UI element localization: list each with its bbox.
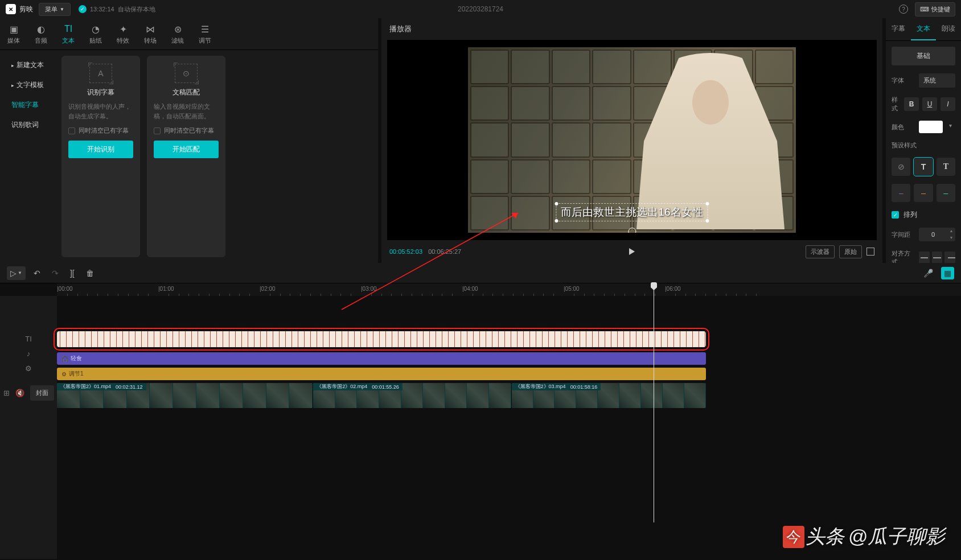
preset-style[interactable]: — (937, 184, 955, 202)
card-title: 文稿匹配 (173, 88, 200, 97)
card-checkbox-row[interactable]: 同时清空已有字幕 (154, 126, 214, 135)
subtitle-clips[interactable] (57, 331, 706, 347)
font-label: 字体 (892, 76, 914, 85)
color-label: 颜色 (892, 123, 914, 131)
cover-button[interactable]: 封面 (30, 385, 54, 401)
preset-none[interactable]: ⊘ (892, 158, 910, 176)
card-checkbox-row[interactable]: 同时清空已有字幕 (68, 126, 129, 135)
adjust-icon: ⚙ (61, 371, 67, 377)
fullscreen-icon[interactable] (866, 248, 874, 256)
preset-style[interactable]: T (914, 158, 933, 176)
toggle-button[interactable]: ▦ (941, 267, 954, 279)
nav-icon: ✦ (109, 23, 137, 35)
playhead[interactable] (654, 283, 654, 522)
video-viewport[interactable]: 而后由救世主挑选出16名女性 (387, 40, 877, 240)
mic-button[interactable]: 🎤 (920, 266, 937, 280)
rotate-handle[interactable] (628, 228, 636, 233)
arrange-checkbox[interactable]: ✓ (892, 211, 899, 219)
basic-button[interactable]: 基础 (892, 47, 955, 65)
preset-label: 预设样式 (892, 141, 955, 150)
nav-tab-贴纸[interactable]: ◔贴纸 (82, 23, 109, 45)
preset-style[interactable]: — (914, 184, 933, 202)
text-track-icon[interactable]: TI (0, 331, 57, 346)
inspector-tab[interactable]: 字幕 (886, 18, 911, 40)
font-select[interactable]: 系统 (919, 73, 955, 88)
timeline-ruler[interactable]: |00:00|01:00|02:00|03:00|04:00|05:00|06:… (57, 283, 961, 296)
original-button[interactable]: 原始 (839, 245, 862, 258)
undo-button[interactable]: ↶ (30, 266, 44, 280)
nav-icon: ⋈ (137, 23, 164, 35)
align-left-button[interactable] (919, 252, 930, 263)
nav-tab-滤镜[interactable]: ⊛滤镜 (164, 23, 191, 45)
align-center-button[interactable] (932, 252, 943, 263)
nav-tab-媒体[interactable]: ▣媒体 (0, 23, 27, 45)
adjust-track-icon[interactable]: ⚙ (0, 361, 57, 376)
preset-style[interactable]: — (892, 184, 910, 202)
audio-track[interactable]: 🎧轻食 (57, 352, 706, 365)
menu-button[interactable]: 菜单▼ (39, 3, 71, 16)
arrange-label: 排列 (903, 210, 917, 220)
nav-icon: ⊛ (164, 23, 191, 35)
nav-tab-文本[interactable]: TI文本 (55, 23, 82, 45)
underline-button[interactable]: U (922, 97, 937, 111)
scope-button[interactable]: 示波器 (806, 245, 835, 258)
nav-icon: ◔ (82, 23, 109, 35)
watermark: 今头条 @瓜子聊影 (783, 524, 945, 550)
split-button[interactable]: ][ (67, 266, 78, 280)
video-clip[interactable]: 《黑客帝国2》01.mp400:02:31.12 (57, 383, 313, 408)
resize-handle[interactable] (555, 219, 558, 223)
step-up-icon[interactable]: ▲ (947, 228, 955, 234)
inspector-tab[interactable]: 朗读 (936, 18, 961, 40)
cursor-tool[interactable]: ▷▼ (7, 266, 26, 280)
card-icon: A (89, 64, 112, 83)
nav-tab-转场[interactable]: ⋈转场 (137, 23, 164, 45)
clip-header: 《黑客帝国2》03.mp400:01:58:16 (512, 383, 601, 390)
chevron-right-icon: ▸ (11, 83, 14, 88)
shortcut-button[interactable]: ⌨快捷键 (915, 2, 955, 17)
check-icon: ✓ (79, 5, 87, 13)
card-icon: ⊙ (175, 64, 198, 83)
card-action-button[interactable]: 开始识别 (68, 141, 133, 158)
card-description: 识别音视频中的人声，自动生成字幕。 (68, 102, 133, 121)
play-button[interactable] (629, 248, 635, 255)
align-right-button[interactable] (944, 252, 955, 263)
feature-card: ⊙ 文稿匹配 输入音视频对应的文稿，自动匹配画面。 同时清空已有字幕 开始匹配 (147, 56, 225, 257)
nav-tab-调节[interactable]: ☰调节 (191, 23, 219, 45)
spacing-input[interactable]: 0 ▲▼ (919, 228, 955, 241)
sidebar-item[interactable]: 智能字幕 (6, 96, 57, 114)
timecode-duration: 00:06:25:27 (428, 248, 461, 255)
video-track[interactable]: 《黑客帝国2》01.mp400:02:31.12《黑客帝国2》02.mp400:… (57, 383, 706, 408)
clip-header: 《黑客帝国2》01.mp400:02:31.12 (57, 383, 146, 390)
video-clip[interactable]: 《黑客帝国2》03.mp400:01:58:16 (512, 383, 706, 408)
preset-style[interactable]: T (937, 158, 955, 176)
clip-header: 《黑客帝国2》02.mp400:01:55.26 (313, 383, 403, 390)
sidebar-item[interactable]: ▸新建文本 (6, 56, 57, 75)
checkbox[interactable] (68, 127, 75, 134)
color-swatch[interactable] (919, 121, 943, 133)
resize-handle[interactable] (555, 202, 558, 205)
nav-tab-音频[interactable]: ◐音频 (27, 23, 55, 45)
sidebar-item[interactable]: 识别歌词 (6, 116, 57, 134)
ruler-tick: |00:00 (57, 286, 73, 292)
lock-icon[interactable]: ⊞ (3, 389, 10, 397)
autosave-status: ✓ 13:32:14 自动保存本地 (79, 5, 155, 14)
inspector-tab[interactable]: 文本 (911, 18, 936, 40)
redo-button[interactable]: ↷ (48, 266, 62, 280)
nav-icon: ▣ (0, 23, 27, 35)
sidebar-item[interactable]: ▸文字模板 (6, 76, 57, 94)
checkbox[interactable] (154, 127, 161, 134)
adjust-track[interactable]: ⚙调节1 (57, 368, 706, 380)
subtitle-track[interactable] (57, 331, 956, 349)
mute-icon[interactable]: 🔇 (15, 389, 24, 397)
spacing-label: 字间距 (892, 230, 914, 239)
step-down-icon[interactable]: ▼ (947, 234, 955, 241)
nav-tab-特效[interactable]: ✦特效 (109, 23, 137, 45)
card-action-button[interactable]: 开始匹配 (154, 141, 219, 158)
subtitle-overlay[interactable]: 而后由救世主挑选出16名女性 (556, 203, 708, 221)
video-clip[interactable]: 《黑客帝国2》02.mp400:01:55.26 (313, 383, 511, 408)
audio-track-icon[interactable]: ♪ (0, 346, 57, 361)
delete-button[interactable]: 🗑 (83, 266, 97, 280)
bold-button[interactable]: B (904, 97, 919, 111)
italic-button[interactable]: I (941, 97, 955, 111)
help-icon[interactable]: ? (899, 5, 908, 14)
